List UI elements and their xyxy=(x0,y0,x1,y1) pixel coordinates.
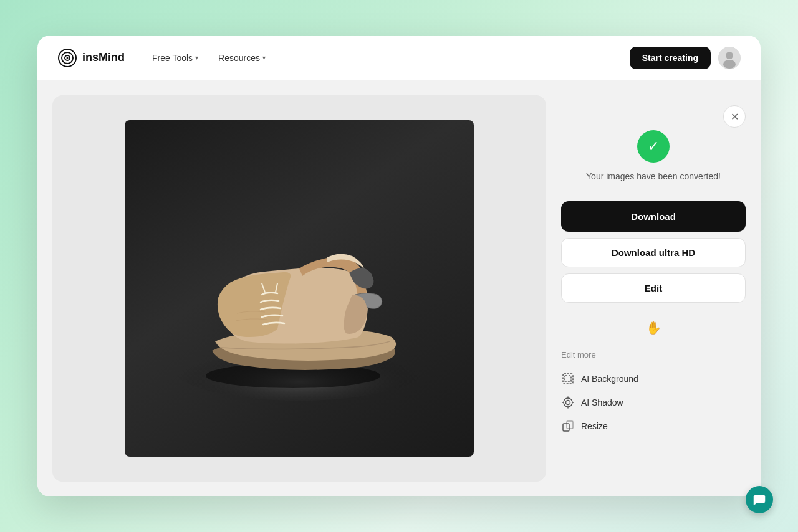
start-creating-button[interactable]: Start creating xyxy=(630,47,711,69)
drag-handle[interactable]: ✋ xyxy=(561,315,746,340)
product-image xyxy=(125,120,474,457)
svg-rect-13 xyxy=(563,424,569,431)
ai-background-label: AI Background xyxy=(581,374,638,384)
download-button[interactable]: Download xyxy=(561,201,746,232)
resize-label: Resize xyxy=(581,421,608,431)
checkmark-icon: ✓ xyxy=(648,138,659,154)
ai-shadow-label: AI Shadow xyxy=(581,397,623,407)
success-section: ✓ Your images have been converted! xyxy=(561,105,746,181)
chevron-down-icon: ▾ xyxy=(262,54,266,61)
edit-more-label: Edit more xyxy=(561,350,746,359)
svg-rect-14 xyxy=(567,421,573,429)
svg-point-3 xyxy=(67,57,69,59)
shoe-svg xyxy=(168,170,430,407)
avatar[interactable] xyxy=(718,47,741,69)
svg-point-11 xyxy=(564,398,572,407)
image-panel xyxy=(52,95,546,482)
chat-button[interactable] xyxy=(746,486,773,513)
avatar-icon xyxy=(718,47,741,69)
ai-shadow-icon xyxy=(561,396,575,409)
drag-icon: ✋ xyxy=(646,320,661,335)
nav-resources[interactable]: Resources ▾ xyxy=(211,48,273,68)
resize-option[interactable]: Resize xyxy=(561,414,746,438)
svg-rect-10 xyxy=(565,376,571,382)
nav-free-tools-label: Free Tools xyxy=(152,53,193,63)
nav-resources-label: Resources xyxy=(218,53,260,63)
main-nav: Free Tools ▾ Resources ▾ xyxy=(145,48,630,68)
chevron-down-icon: ▾ xyxy=(195,54,198,61)
close-button[interactable]: ✕ xyxy=(723,105,746,128)
chat-icon xyxy=(752,493,766,506)
svg-point-5 xyxy=(726,52,733,59)
ai-background-icon xyxy=(561,372,575,386)
edit-more-section: Edit more AI Background xyxy=(561,345,746,438)
header-actions: Start creating xyxy=(630,47,741,69)
logo-text: insMind xyxy=(82,51,125,64)
logo-icon xyxy=(57,48,77,68)
nav-free-tools[interactable]: Free Tools ▾ xyxy=(145,48,206,68)
svg-point-12 xyxy=(566,401,570,405)
ai-background-option[interactable]: AI Background xyxy=(561,367,746,391)
ai-shadow-option[interactable]: AI Shadow xyxy=(561,391,746,414)
header: insMind Free Tools ▾ Resources ▾ Start c… xyxy=(37,36,761,80)
svg-point-6 xyxy=(723,60,736,69)
main-content: ✕ ✓ Your images have been converted! Dow… xyxy=(37,80,761,496)
download-hd-button[interactable]: Download ultra HD xyxy=(561,238,746,267)
success-message: Your images have been converted! xyxy=(586,171,721,181)
success-icon: ✓ xyxy=(637,130,670,163)
logo: insMind xyxy=(57,48,125,68)
right-panel: ✕ ✓ Your images have been converted! Dow… xyxy=(546,95,746,482)
edit-button[interactable]: Edit xyxy=(561,273,746,303)
action-buttons: Download Download ultra HD Edit xyxy=(561,201,746,303)
resize-icon xyxy=(561,419,575,433)
app-window: insMind Free Tools ▾ Resources ▾ Start c… xyxy=(37,36,761,496)
